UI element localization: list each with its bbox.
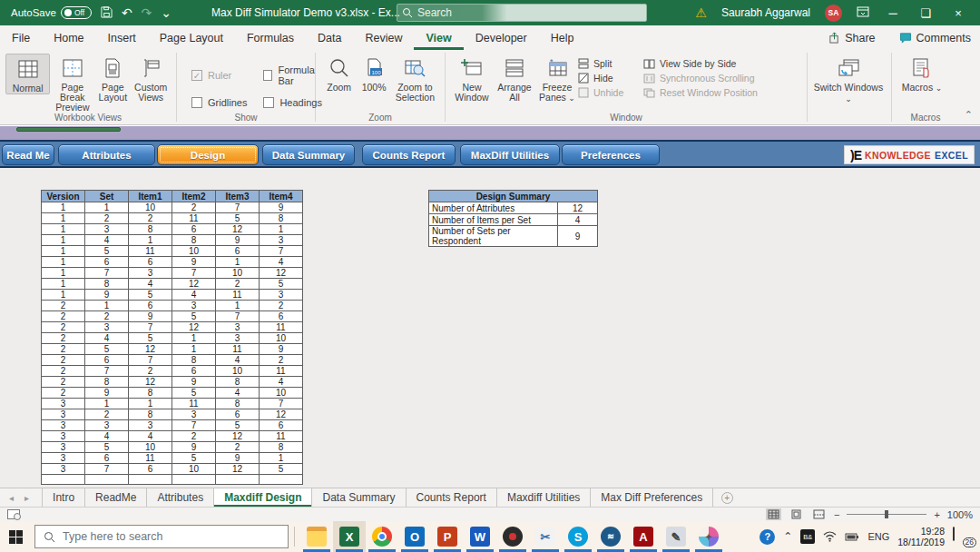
battery-icon[interactable]: [845, 532, 859, 541]
table-cell[interactable]: 2: [42, 333, 85, 344]
table-cell[interactable]: 3: [216, 333, 260, 344]
taskbar-skype[interactable]: S: [562, 521, 594, 552]
status-normal-view-icon[interactable]: [766, 508, 781, 520]
table-cell[interactable]: 3: [129, 268, 172, 279]
tab-formulas[interactable]: Formulas: [235, 25, 306, 50]
table-cell[interactable]: 7: [260, 399, 303, 409]
table-cell[interactable]: 1: [42, 246, 85, 257]
table-cell[interactable]: 1: [260, 224, 303, 235]
status-page-break-icon[interactable]: [811, 508, 827, 520]
switch-windows-button[interactable]: Switch Windows: [813, 54, 884, 104]
tab-data[interactable]: Data: [306, 25, 353, 50]
table-cell[interactable]: 5: [260, 279, 303, 290]
table-cell[interactable]: Number of Sets per Respondent: [429, 226, 558, 247]
table-cell[interactable]: 3: [85, 224, 129, 235]
save-icon[interactable]: [101, 6, 113, 20]
table-cell[interactable]: 3: [85, 322, 129, 333]
taskbar-acrobat[interactable]: A: [627, 521, 660, 552]
ribbon-display-options-icon[interactable]: [857, 6, 869, 19]
table-cell[interactable]: 1: [42, 257, 85, 268]
table-cell[interactable]: [85, 475, 129, 485]
tab-file[interactable]: File: [0, 25, 42, 50]
table-cell[interactable]: [260, 475, 303, 485]
table-cell[interactable]: 1: [129, 399, 172, 409]
table-cell[interactable]: 7: [216, 311, 260, 322]
table-cell[interactable]: 11: [172, 399, 216, 409]
table-cell[interactable]: 9: [260, 344, 303, 355]
table-cell[interactable]: 5: [172, 388, 216, 399]
zoom-level[interactable]: 100%: [947, 509, 973, 520]
table-cell[interactable]: 5: [129, 290, 172, 301]
table-cell[interactable]: 2: [216, 442, 260, 453]
table-cell[interactable]: 2: [85, 409, 129, 420]
table-cell[interactable]: 6: [85, 453, 129, 464]
table-cell[interactable]: 12: [216, 224, 260, 235]
table-cell[interactable]: 2: [129, 213, 172, 224]
table-cell[interactable]: 7: [129, 322, 172, 333]
table-cell[interactable]: 6: [216, 409, 260, 420]
table-cell[interactable]: 6: [85, 257, 129, 268]
taskbar-snip-sketch[interactable]: ✎: [660, 521, 692, 552]
table-cell[interactable]: [216, 475, 260, 485]
table-cell[interactable]: 3: [42, 453, 85, 464]
table-cell[interactable]: 11: [216, 344, 260, 355]
restore-button[interactable]: ❏: [916, 6, 935, 20]
gridlines-checkbox[interactable]: Gridlines: [191, 97, 247, 108]
sheet-scroll-left-icon[interactable]: ◂: [9, 493, 14, 503]
table-cell[interactable]: 1: [42, 290, 85, 301]
search-box[interactable]: [397, 4, 647, 22]
close-button[interactable]: ×: [949, 6, 967, 20]
table-cell[interactable]: 11: [260, 322, 303, 333]
table-cell[interactable]: 2: [172, 431, 216, 442]
freeze-panes-button[interactable]: * Freeze Panes: [536, 54, 578, 104]
table-cell[interactable]: 12: [260, 268, 303, 279]
table-cell[interactable]: 3: [129, 420, 172, 431]
macros-button[interactable]: Macros: [897, 54, 946, 94]
taskbar-paint3d[interactable]: ✦: [692, 521, 725, 552]
table-cell[interactable]: 2: [42, 311, 85, 322]
table-cell[interactable]: 4: [129, 279, 172, 290]
normal-view-button[interactable]: Normal: [5, 54, 50, 94]
table-cell[interactable]: Number of Items per Set: [429, 214, 558, 226]
table-cell[interactable]: 8: [260, 442, 303, 453]
start-button[interactable]: [0, 521, 31, 552]
table-cell[interactable]: 4: [85, 333, 129, 344]
tab-home[interactable]: Home: [42, 25, 95, 50]
checkbox-icon[interactable]: [263, 97, 274, 108]
custom-views-button[interactable]: Custom Views: [131, 54, 171, 103]
table-cell[interactable]: 6: [172, 224, 216, 235]
table-cell[interactable]: 5: [172, 311, 216, 322]
table-cell[interactable]: 12: [558, 202, 598, 214]
table-cell[interactable]: 12: [129, 377, 172, 388]
table-cell[interactable]: 2: [85, 213, 129, 224]
table-cell[interactable]: 10: [129, 202, 172, 213]
table-cell[interactable]: 8: [216, 377, 260, 388]
nav-button-attributes[interactable]: Attributes: [58, 144, 155, 165]
table-cell[interactable]: 7: [260, 246, 303, 257]
table-cell[interactable]: 10: [216, 268, 260, 279]
table-cell[interactable]: 1: [85, 301, 129, 311]
table-cell[interactable]: 5: [216, 420, 260, 431]
table-cell[interactable]: 11: [129, 246, 172, 257]
table-cell[interactable]: 3: [42, 464, 85, 475]
table-cell[interactable]: 9: [558, 226, 598, 247]
tab-developer[interactable]: Developer: [464, 25, 539, 50]
tab-review[interactable]: Review: [353, 25, 414, 50]
table-cell[interactable]: 2: [42, 301, 85, 311]
search-input[interactable]: [417, 6, 599, 19]
user-name[interactable]: Saurabh Aggarwal: [721, 6, 810, 19]
table-cell[interactable]: 7: [172, 420, 216, 431]
table-cell[interactable]: 1: [216, 301, 260, 311]
table-cell[interactable]: 3: [42, 409, 85, 420]
zoom-100-button[interactable]: 100 100%: [357, 54, 390, 93]
table-cell[interactable]: 7: [85, 464, 129, 475]
table-cell[interactable]: 7: [216, 202, 260, 213]
table-cell[interactable]: 12: [216, 431, 260, 442]
table-cell[interactable]: 10: [172, 464, 216, 475]
macro-record-icon[interactable]: [7, 509, 20, 519]
nav-button-read-me[interactable]: Read Me: [2, 144, 54, 165]
table-cell[interactable]: 11: [172, 213, 216, 224]
table-cell[interactable]: 1: [42, 268, 85, 279]
table-cell[interactable]: 5: [85, 344, 129, 355]
split-button[interactable]: Split: [578, 58, 643, 69]
